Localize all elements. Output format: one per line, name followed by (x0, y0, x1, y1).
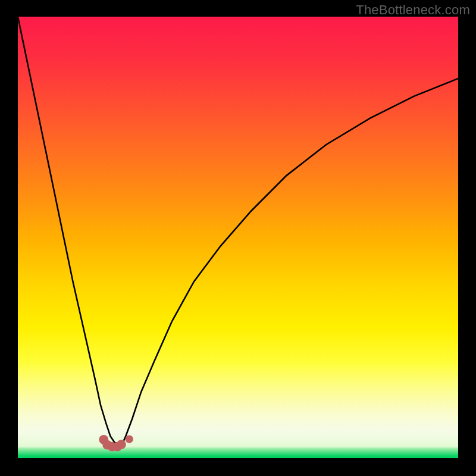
marker-cluster (99, 435, 133, 452)
plot-area (18, 17, 458, 458)
left-curve (18, 17, 122, 445)
chart-frame: TheBottleneck.com (0, 0, 476, 476)
marker-dot (126, 435, 133, 443)
right-curve (122, 79, 458, 444)
watermark-text: TheBottleneck.com (356, 2, 470, 18)
chart-svg (18, 17, 458, 458)
marker-dot (117, 440, 126, 449)
